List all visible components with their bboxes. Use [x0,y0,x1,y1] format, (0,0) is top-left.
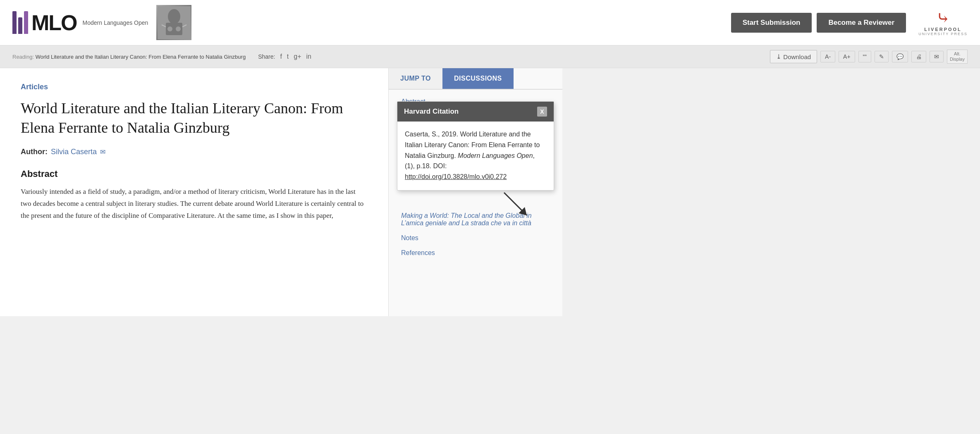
header-buttons: Start Submission Become a Reviewer [731,13,906,33]
reading-bar: Reading: World Literature and the Italia… [0,45,980,68]
author-line: Author: Silvia Caserta ✉ [21,148,368,156]
reading-title: World Literature and the Italian Literar… [36,54,246,60]
author-name[interactable]: Silvia Caserta [51,148,97,156]
alt-display-button[interactable]: Alt.Display [947,50,968,64]
svg-point-3 [167,26,172,31]
reading-bar-right: ⤓ Download A- A+ ““ ✎ 💬 🖨 ✉ Alt.Display [770,50,968,64]
font-increase-button[interactable]: A+ [839,51,855,62]
logo-bar-3 [24,11,28,34]
liverpool-name: LIVERPOOL [918,27,968,32]
cite-button[interactable]: ““ [858,51,871,62]
citation-popup: Harvard Citation X Caserta, S., 2019. Wo… [397,101,554,191]
main-layout: Articles World Literature and the Italia… [0,68,980,316]
logo-mlo-text: MLO [31,10,77,35]
share-section: Share: f t g+ in [258,53,311,60]
print-icon: 🖨 [916,53,922,60]
emblem-image [156,5,191,40]
liverpool-swoosh-icon: ⤷ [918,10,968,26]
comment-button[interactable]: 💬 [892,51,908,62]
logo-bar-1 [12,11,17,34]
header-emblem [156,5,191,40]
become-reviewer-button[interactable]: Become a Reviewer [817,13,906,33]
twitter-icon[interactable]: t [287,53,289,60]
logo-full-name: Modern Languages Open [83,19,148,26]
header: MLO Modern Languages Open Start Submissi… [0,0,980,45]
citation-close-button[interactable]: X [537,107,547,117]
facebook-icon[interactable]: f [280,53,282,60]
liverpool-logo: ⤷ LIVERPOOL UNIVERSITY PRESS [918,10,968,36]
cite-icon: ““ [863,53,867,60]
start-submission-button[interactable]: Start Submission [731,13,812,33]
linkedin-icon[interactable]: in [306,53,311,60]
logo-bar-2 [18,17,22,34]
citation-arrow [500,188,531,221]
nav-item-notes[interactable]: Notes [401,234,550,242]
googleplus-icon[interactable]: g+ [294,53,301,60]
nav-item-references[interactable]: References [401,249,550,257]
edit-icon: ✎ [879,53,884,60]
author-email-icon[interactable]: ✉ [100,148,105,156]
abstract-text: Variously intended as a field of study, … [21,186,368,222]
svg-point-1 [168,9,180,24]
edit-button[interactable]: ✎ [875,51,889,62]
print-button[interactable]: 🖨 [911,51,926,62]
download-label: Download [783,53,811,60]
citation-doi-link[interactable]: http://doi.org/10.3828/mlo.v0i0.272 [405,173,507,180]
citation-body: Caserta, S., 2019. World Literature and … [397,122,554,190]
liverpool-sub: UNIVERSITY PRESS [918,32,968,36]
author-label: Author: [21,148,48,156]
reading-label: Reading: World Literature and the Italia… [12,54,246,60]
download-button[interactable]: ⤓ Download [770,50,817,63]
logo-bars [12,11,28,34]
email-icon: ✉ [934,53,939,60]
mlo-logo: MLO Modern Languages Open [12,10,148,35]
article-title: World Literature and the Italian Literar… [21,99,368,138]
content-area: Articles World Literature and the Italia… [0,68,389,316]
share-label: Share: [258,53,275,60]
citation-journal: Modern Languages Open [458,152,533,159]
email-button[interactable]: ✉ [930,51,944,62]
tab-jump-to[interactable]: JUMP TO [389,68,442,89]
abstract-heading: Abstract [21,169,368,179]
font-decrease-button[interactable]: A- [820,51,835,62]
sidebar: JUMP TO DISCUSSIONS Abstract Harvard Cit… [389,68,562,316]
reading-info: Reading: World Literature and the Italia… [12,53,246,60]
svg-point-4 [176,26,181,31]
site-logo: MLO Modern Languages Open [12,5,191,40]
citation-title: Harvard Citation [404,107,459,116]
sidebar-tabs: JUMP TO DISCUSSIONS [389,68,562,90]
download-icon: ⤓ [776,53,782,60]
citation-header: Harvard Citation X [397,102,554,122]
articles-label: Articles [21,83,368,91]
tab-discussions[interactable]: DISCUSSIONS [442,68,514,89]
comment-icon: 💬 [896,53,904,60]
